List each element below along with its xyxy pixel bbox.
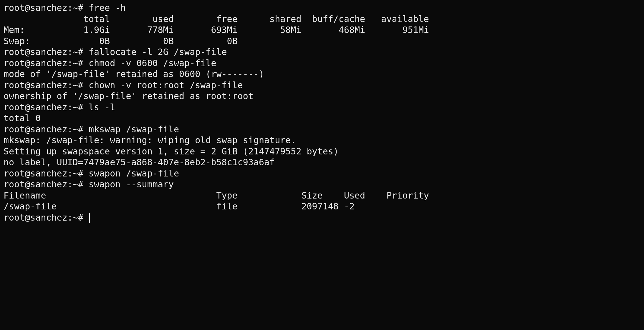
prompt: root@sanchez:~# bbox=[4, 102, 89, 112]
prompt: root@sanchez:~# bbox=[4, 212, 89, 223]
command-swapon-summary: swapon --summary bbox=[89, 179, 174, 189]
mkswap-output-line1: mkswap: /swap-file: warning: wiping old … bbox=[4, 135, 296, 145]
chown-output: ownership of '/swap-file' retained as ro… bbox=[4, 91, 254, 101]
terminal-output[interactable]: root@sanchez:~# free -h total used free … bbox=[0, 0, 644, 225]
prompt: root@sanchez:~# bbox=[4, 3, 89, 13]
command-ls: ls -l bbox=[89, 102, 115, 112]
command-swapon: swapon /swap-file bbox=[89, 168, 179, 179]
command-fallocate: fallocate -l 2G /swap-file bbox=[89, 47, 227, 57]
prompt: root@sanchez:~# bbox=[4, 124, 89, 134]
free-header: total used free shared buff/cache availa… bbox=[4, 14, 429, 24]
cursor[interactable] bbox=[89, 213, 90, 223]
swapon-summary-header: Filename Type Size Used Priority bbox=[4, 190, 429, 201]
command-mkswap: mkswap /swap-file bbox=[89, 124, 179, 134]
ls-output: total 0 bbox=[4, 113, 41, 123]
prompt: root@sanchez:~# bbox=[4, 168, 89, 179]
chmod-output: mode of '/swap-file' retained as 0600 (r… bbox=[4, 69, 264, 79]
prompt: root@sanchez:~# bbox=[4, 58, 89, 68]
command-chown: chown -v root:root /swap-file bbox=[89, 80, 243, 90]
command-chmod: chmod -v 0600 /swap-file bbox=[89, 58, 216, 68]
prompt: root@sanchez:~# bbox=[4, 47, 89, 57]
mkswap-output-line3: no label, UUID=7479ae75-a868-407e-8eb2-b… bbox=[4, 157, 275, 167]
prompt: root@sanchez:~# bbox=[4, 80, 89, 90]
free-mem-row: Mem: 1.9Gi 778Mi 693Mi 58Mi 468Mi 951Mi bbox=[4, 25, 429, 35]
prompt: root@sanchez:~# bbox=[4, 179, 89, 189]
command-free: free -h bbox=[89, 3, 126, 13]
free-swap-row: Swap: 0B 0B 0B bbox=[4, 36, 238, 46]
swapon-summary-row: /swap-file file 2097148 -2 bbox=[4, 201, 355, 211]
mkswap-output-line2: Setting up swapspace version 1, size = 2… bbox=[4, 146, 339, 156]
